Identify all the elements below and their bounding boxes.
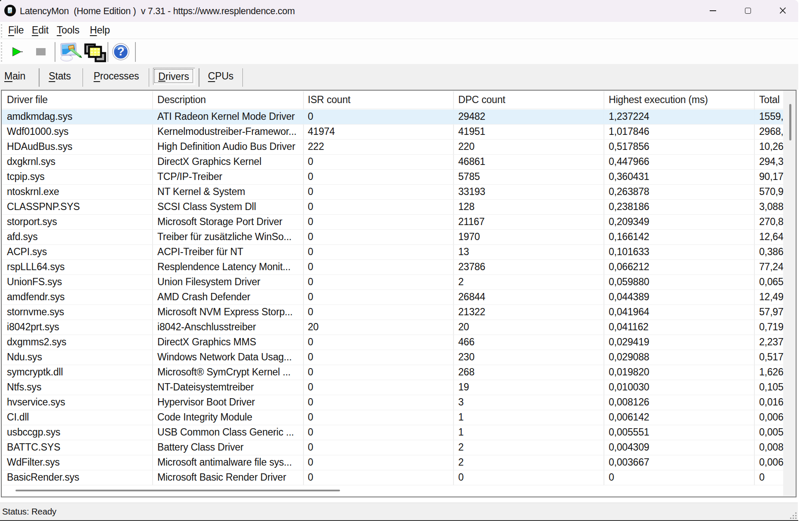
svg-text:?: ? <box>117 45 124 58</box>
